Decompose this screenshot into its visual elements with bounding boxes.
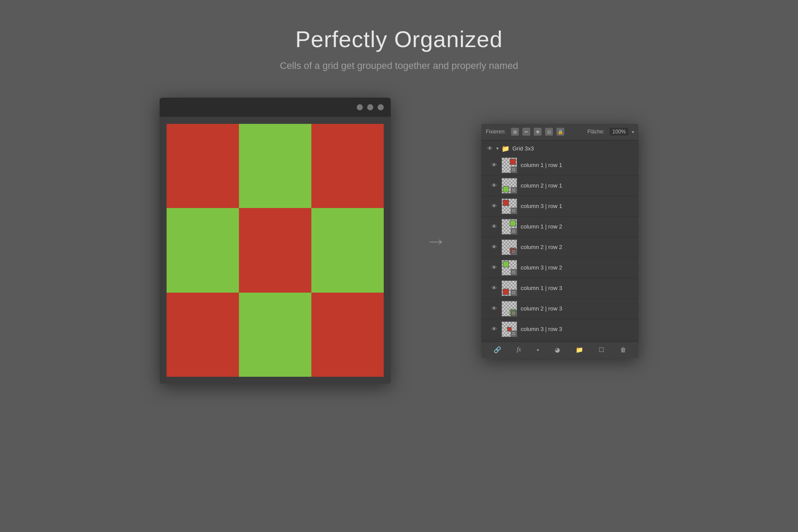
grid-canvas bbox=[167, 124, 384, 377]
window-btn-3[interactable] bbox=[378, 104, 384, 110]
layer-name: column 3 | row 2 bbox=[521, 264, 634, 271]
footer-adjust-icon[interactable]: ▪ bbox=[534, 344, 542, 355]
layer-row[interactable]: 👁⊡column 3 | row 3 bbox=[481, 319, 638, 340]
layer-eye-icon[interactable]: 👁 bbox=[490, 264, 498, 272]
layer-name: column 1 | row 3 bbox=[521, 285, 634, 291]
layer-name: column 1 | row 1 bbox=[521, 162, 634, 168]
flache-dropdown-icon[interactable]: ▾ bbox=[632, 130, 634, 134]
app-window bbox=[160, 98, 391, 384]
layer-name: column 2 | row 2 bbox=[521, 244, 634, 250]
grid-cell-1 bbox=[239, 124, 311, 208]
footer-new-icon[interactable]: ☐ bbox=[596, 344, 607, 355]
toolbar-icon-lock[interactable]: 🔒 bbox=[556, 128, 564, 136]
layer-thumbnail: ⊡ bbox=[501, 260, 517, 276]
grid-cell-7 bbox=[239, 293, 311, 377]
layer-name: column 3 | row 3 bbox=[521, 326, 634, 332]
layer-name: column 1 | row 2 bbox=[521, 223, 634, 230]
layer-eye-icon[interactable]: 👁 bbox=[490, 182, 498, 190]
folder-icon: 📁 bbox=[501, 145, 510, 153]
layers-panel: Fixieren: ⊞ ✏ ✥ ⊡ 🔒 Fläche: 100% ▾ 👁 ▾ 📁… bbox=[481, 124, 638, 358]
layers-toolbar: Fixieren: ⊞ ✏ ✥ ⊡ 🔒 Fläche: 100% ▾ bbox=[481, 124, 638, 140]
footer-fx-icon[interactable]: fx bbox=[514, 344, 524, 355]
layer-thumbnail: ⊡ bbox=[501, 280, 517, 296]
group-chevron-icon[interactable]: ▾ bbox=[496, 146, 499, 151]
footer-delete-icon[interactable]: 🗑 bbox=[617, 344, 629, 355]
layer-eye-icon[interactable]: 👁 bbox=[490, 161, 498, 169]
layer-thumbnail: ⊡ bbox=[501, 321, 517, 337]
window-titlebar bbox=[160, 98, 391, 117]
layer-row[interactable]: 👁⊡column 3 | row 1 bbox=[481, 196, 638, 217]
footer-folder-icon[interactable]: 📁 bbox=[573, 344, 586, 355]
group-row: 👁 ▾ 📁 Grid 3x3 bbox=[481, 142, 638, 155]
layer-thumbnail: ⊡ bbox=[501, 178, 517, 194]
page-title: Perfectly Organized bbox=[295, 26, 503, 52]
window-content bbox=[160, 117, 391, 384]
page-subtitle: Cells of a grid get grouped together and… bbox=[280, 60, 518, 72]
layer-thumbnail: ⊡ bbox=[501, 239, 517, 255]
layer-eye-icon[interactable]: 👁 bbox=[490, 325, 498, 333]
arrow: → bbox=[426, 229, 447, 253]
layer-eye-icon[interactable]: 👁 bbox=[490, 305, 498, 313]
layer-row[interactable]: 👁⊡column 3 | row 2 bbox=[481, 258, 638, 278]
layer-row[interactable]: 👁⊡column 1 | row 2 bbox=[481, 217, 638, 237]
grid-cell-3 bbox=[167, 208, 239, 292]
layers-footer: 🔗 fx ▪ ◕ 📁 ☐ 🗑 bbox=[481, 341, 638, 358]
toolbar-icon-pen[interactable]: ✏ bbox=[522, 128, 530, 136]
layer-thumbnail: ⊡ bbox=[501, 198, 517, 214]
layers-list: 👁 ▾ 📁 Grid 3x3 👁⊡column 1 | row 1👁⊡colum… bbox=[481, 140, 638, 341]
layer-name: column 2 | row 3 bbox=[521, 305, 634, 312]
layer-row[interactable]: 👁⊡column 2 | row 1 bbox=[481, 176, 638, 196]
grid-cell-8 bbox=[311, 293, 384, 377]
layer-eye-icon[interactable]: 👁 bbox=[490, 223, 498, 231]
layer-eye-icon[interactable]: 👁 bbox=[490, 202, 498, 210]
layer-name: column 3 | row 1 bbox=[521, 203, 634, 209]
grid-cell-4 bbox=[239, 208, 311, 292]
group-eye-icon[interactable]: 👁 bbox=[486, 145, 494, 153]
grid-cell-0 bbox=[167, 124, 239, 208]
window-btn-1[interactable] bbox=[357, 104, 363, 110]
toolbar-icon-move[interactable]: ✥ bbox=[534, 128, 542, 136]
footer-mask-icon[interactable]: ◕ bbox=[552, 344, 563, 355]
grid-cell-2 bbox=[311, 124, 384, 208]
grid-cell-6 bbox=[167, 293, 239, 377]
layer-thumbnail: ⊡ bbox=[501, 157, 517, 173]
flache-value: 100% bbox=[610, 128, 628, 136]
layer-name: column 2 | row 1 bbox=[521, 182, 634, 189]
footer-link-icon[interactable]: 🔗 bbox=[491, 344, 504, 355]
layer-thumbnail: ⊡ bbox=[501, 219, 517, 235]
layer-row[interactable]: 👁⊡column 1 | row 1 bbox=[481, 155, 638, 176]
flache-label: Fläche: bbox=[587, 129, 604, 135]
layer-row[interactable]: 👁⊡column 1 | row 3 bbox=[481, 278, 638, 299]
layers-container: 👁⊡column 1 | row 1👁⊡column 2 | row 1👁⊡co… bbox=[481, 155, 638, 340]
window-btn-2[interactable] bbox=[367, 104, 373, 110]
content-area: → Fixieren: ⊞ ✏ ✥ ⊡ 🔒 Fläche: 100% ▾ 👁 ▾… bbox=[0, 98, 798, 384]
layer-thumbnail: ⊡ bbox=[501, 301, 517, 317]
layer-eye-icon[interactable]: 👁 bbox=[490, 284, 498, 292]
toolbar-icon-transform[interactable]: ⊡ bbox=[545, 128, 553, 136]
layer-row[interactable]: 👁⊡column 2 | row 3 bbox=[481, 299, 638, 319]
toolbar-icon-grid[interactable]: ⊞ bbox=[511, 128, 519, 136]
fixieren-label: Fixieren: bbox=[486, 129, 506, 135]
layer-eye-icon[interactable]: 👁 bbox=[490, 243, 498, 251]
layer-row[interactable]: 👁⊡column 2 | row 2 bbox=[481, 237, 638, 258]
group-label: Grid 3x3 bbox=[512, 145, 534, 152]
grid-cell-5 bbox=[311, 208, 384, 292]
